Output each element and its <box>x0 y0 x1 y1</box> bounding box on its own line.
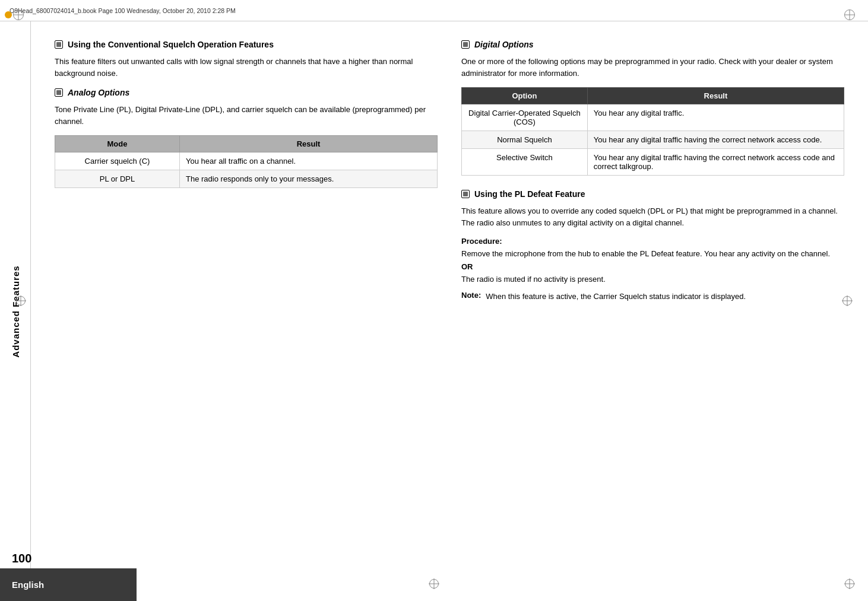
section-icon-pl <box>461 190 470 198</box>
digital-options-body: One or more of the following options may… <box>461 56 844 79</box>
analog-col-result: Result <box>180 136 438 152</box>
analog-options-heading: Analog Options <box>55 87 438 98</box>
right-column: Digital Options One or more of the follo… <box>461 39 844 589</box>
digital-row3-option: Selective Switch <box>462 149 588 176</box>
procedure-label: Procedure: <box>461 237 844 246</box>
analog-options-body: Tone Private Line (PL), Digital Private-… <box>55 104 438 127</box>
analog-row1-result: You hear all traffic on a channel. <box>180 152 438 170</box>
section-icon-analog <box>55 88 63 97</box>
section-icon-main <box>55 40 63 49</box>
table-row: Digital Carrier-Operated Squelch (COS) Y… <box>462 104 844 131</box>
note-text: When this feature is active, the Carrier… <box>486 291 746 303</box>
table-row: Carrier squelch (C) You hear all traffic… <box>55 152 438 170</box>
analog-row2-result: The radio responds only to your messages… <box>180 170 438 188</box>
digital-row1-option: Digital Carrier-Operated Squelch (COS) <box>462 104 588 131</box>
sidebar: Advanced Features <box>0 21 31 601</box>
top-bar-text: O9Head_68007024014_b.book Page 100 Wedne… <box>9 7 236 14</box>
digital-row2-result: You hear any digital traffic having the … <box>587 131 844 149</box>
table-row: Normal Squelch You hear any digital traf… <box>462 131 844 149</box>
note-row: Note: When this feature is active, the C… <box>461 291 844 303</box>
reg-mark-ml <box>15 295 26 306</box>
table-row: Selective Switch You hear any digital tr… <box>462 149 844 176</box>
digital-col-option: Option <box>462 88 588 104</box>
procedure-step1: Remove the microphone from the hub to en… <box>461 248 844 260</box>
digital-options-heading: Digital Options <box>461 39 844 50</box>
main-section-title: Using the Conventional Squelch Operation… <box>68 39 274 50</box>
section-icon-digital <box>461 40 470 49</box>
color-dot-tl <box>5 11 12 18</box>
main-content: Using the Conventional Squelch Operation… <box>31 21 868 601</box>
analog-row2-mode: PL or DPL <box>55 170 180 188</box>
table-row: PL or DPL The radio responds only to you… <box>55 170 438 188</box>
left-column: Using the Conventional Squelch Operation… <box>55 39 438 589</box>
digital-options-title: Digital Options <box>474 39 534 50</box>
pl-defeat-heading: Using the PL Defeat Feature <box>461 189 844 199</box>
reg-mark-tr <box>844 9 855 20</box>
page-number: 100 <box>12 552 31 565</box>
main-section-heading: Using the Conventional Squelch Operation… <box>55 39 438 50</box>
digital-row2-option: Normal Squelch <box>462 131 588 149</box>
analog-col-mode: Mode <box>55 136 180 152</box>
pl-defeat-body: This feature allows you to override any … <box>461 205 844 228</box>
sidebar-label: Advanced Features <box>10 265 20 357</box>
analog-row1-mode: Carrier squelch (C) <box>55 152 180 170</box>
digital-col-result: Result <box>587 88 844 104</box>
digital-row3-result: You hear any digital traffic having the … <box>587 149 844 176</box>
pl-defeat-title: Using the PL Defeat Feature <box>474 189 585 199</box>
note-label: Note: <box>461 291 481 303</box>
main-section-body: This feature filters out unwanted calls … <box>55 56 438 79</box>
top-bar: O9Head_68007024014_b.book Page 100 Wedne… <box>0 0 868 21</box>
digital-row1-result: You hear any digital traffic. <box>587 104 844 131</box>
analog-table: Mode Result Carrier squelch (C) You hear… <box>55 135 438 188</box>
analog-options-title: Analog Options <box>68 87 129 98</box>
reg-mark-tl <box>13 9 24 20</box>
or-label: OR <box>461 262 844 271</box>
procedure-step2: The radio is muted if no activity is pre… <box>461 274 844 285</box>
digital-table: Option Result Digital Carrier-Operated S… <box>461 87 844 176</box>
